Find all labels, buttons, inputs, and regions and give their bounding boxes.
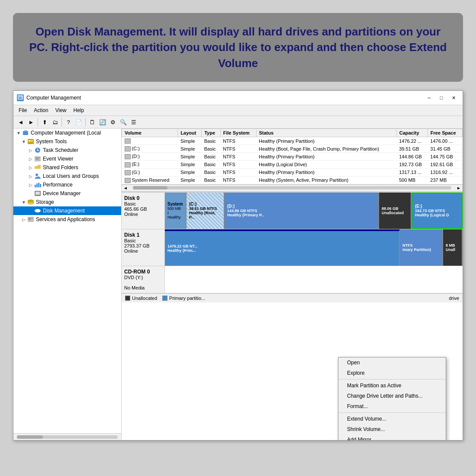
cell-volume: (E:) [122, 161, 178, 168]
title-bar-left: Computer Management [17, 94, 81, 101]
legend-drive-text: drive [449, 296, 459, 301]
partition-disk1-ntfs[interactable]: NTFS imary Partition) [400, 229, 443, 266]
svg-point-24 [28, 202, 34, 205]
sidebar-item-event-viewer[interactable]: ▷ Event Viewer [13, 154, 121, 163]
cell-free: 1316.92 ... [428, 168, 462, 176]
menu-action[interactable]: Action [30, 106, 51, 115]
svg-rect-13 [35, 158, 40, 158]
svg-rect-2 [21, 96, 22, 97]
context-menu-separator [338, 379, 446, 380]
up-button[interactable]: ⬆ [40, 117, 49, 127]
properties-toolbar-button[interactable]: ⚙ [108, 117, 118, 127]
partition-d[interactable]: (D:) 144.86 GB NTFS Healthy (Primary P..… [225, 193, 379, 229]
options-button[interactable]: ☰ [129, 117, 138, 127]
cell-type: Basic [202, 145, 220, 153]
sidebar-item-disk-management[interactable]: Disk Management [13, 206, 121, 215]
cell-type: Basic [202, 176, 220, 184]
menu-help[interactable]: Help [70, 106, 88, 115]
forward-button[interactable]: ► [26, 117, 36, 127]
sidebar-services-label: Services and Applications [36, 216, 95, 222]
expand-system-tools-icon: ▼ [20, 139, 27, 144]
maximize-button[interactable]: □ [436, 93, 447, 102]
menu-view[interactable]: View [52, 106, 70, 115]
expand-icon: ▼ [15, 131, 22, 135]
cell-capacity: 1317.13 ... [396, 168, 428, 176]
partition-c[interactable]: (C:) 39.51 GB NTFS Healthy (Root, P... [187, 193, 225, 229]
disk-1-partitions: 1476.22 GB NT... Healthy (Prim... NTFS i… [165, 229, 463, 266]
sidebar-item-services[interactable]: ▷ Services and Applications [13, 215, 121, 224]
menu-file[interactable]: File [15, 106, 30, 115]
svg-rect-21 [35, 192, 40, 195]
partition-e[interactable]: (E:) 192.73 GB NTFS Healthy (Logical D [412, 193, 463, 229]
context-menu-item-change-drive-letter-and-paths---[interactable]: Change Drive Letter and Paths... [338, 391, 446, 401]
table-row[interactable]: (G:) Simple Basic NTFS Healthy (Primary … [122, 168, 463, 176]
sidebar-local-users-label: Local Users and Groups [43, 173, 99, 179]
sidebar-root[interactable]: ▼ Computer Management (Local [13, 129, 121, 137]
cell-type: Basic [202, 137, 220, 145]
export-button[interactable]: 📄 [74, 117, 84, 127]
col-freespace: Free Space [428, 129, 462, 137]
refresh-button[interactable]: 🔄 [98, 117, 107, 127]
context-menu-item-extend-volume---[interactable]: Extend Volume... [338, 414, 446, 424]
sidebar-item-device-manager[interactable]: Device Manager [13, 189, 121, 198]
window-title: Computer Management [26, 95, 81, 101]
scroll-left-btn[interactable]: ◄ [122, 186, 129, 190]
context-menu-item-format---[interactable]: Format... [338, 401, 446, 412]
sidebar-scrollbar[interactable] [13, 433, 121, 440]
cell-fs: NTFS [220, 161, 256, 168]
table-row[interactable]: (C:) Simple Basic NTFS Healthy (Boot, Pa… [122, 145, 463, 153]
svg-rect-19 [40, 184, 41, 187]
horizontal-scrollbar[interactable]: ◄ ► [122, 184, 463, 191]
show-hide-tree[interactable]: 🗂 [50, 117, 60, 127]
close-button[interactable]: ✕ [448, 93, 459, 102]
table-row[interactable]: Simple Basic NTFS Healthy (Primary Parti… [122, 137, 463, 145]
context-menu-item-shrink-volume---[interactable]: Shrink Volume... [338, 424, 446, 434]
sidebar-event-viewer-label: Event Viewer [43, 156, 73, 162]
new-window-button[interactable]: 🗒 [87, 117, 97, 127]
volume-table-wrapper: Volume Layout Type File System Status Ca… [122, 129, 463, 184]
sidebar-item-shared-folders[interactable]: ▷ Shared Folders [13, 163, 121, 172]
context-menu-item-open[interactable]: Open [338, 357, 446, 368]
sidebar-item-performance[interactable]: ▷ Performance [13, 180, 121, 189]
cell-volume [122, 137, 178, 145]
cell-status: Healthy (Logical Drive) [256, 161, 396, 168]
svg-rect-16 [35, 185, 36, 187]
search-button[interactable]: 🔍 [119, 117, 128, 127]
svg-rect-14 [35, 159, 39, 160]
cell-free: 237 MB [428, 176, 462, 184]
sidebar-item-task-scheduler[interactable]: ▷ Task Scheduler [13, 146, 121, 154]
expand-storage-icon: ▼ [20, 200, 27, 205]
table-row[interactable]: (D:) Simple Basic NTFS Healthy (Primary … [122, 153, 463, 161]
cell-layout: Simple [178, 145, 202, 153]
disk-1-row: Disk 1Basic2793.37 GBOnline 1476.22 GB N… [122, 229, 463, 266]
help-toolbar-button[interactable]: ? [64, 117, 73, 127]
context-menu-item-explore[interactable]: Explore [338, 368, 446, 378]
partition-unallocated-0[interactable]: 88.06 GB Unallocated [379, 193, 412, 229]
cell-status: Healthy (Primary Partition) [256, 137, 396, 145]
context-menu-item-mark-partition-as-active[interactable]: Mark Partition as Active [338, 380, 446, 391]
partition-system[interactable]: System 500 MB I Healthy [165, 193, 187, 229]
context-menu-item-add-mirror---[interactable]: Add Mirror... [338, 434, 446, 440]
disk-0-label: Disk 0Basic465.66 GBOnline [122, 193, 165, 229]
svg-rect-1 [19, 96, 20, 97]
sidebar-item-system-tools[interactable]: ▼ System Tools [13, 137, 121, 146]
cell-type: Basic [202, 153, 220, 161]
partition-disk1-main[interactable]: 1476.22 GB NT... Healthy (Prim... [165, 229, 400, 266]
expand-local-users-icon: ▷ [27, 174, 34, 179]
table-row[interactable]: (E:) Simple Basic NTFS Healthy (Logical … [122, 161, 463, 168]
cell-fs: NTFS [220, 176, 256, 184]
minimize-button[interactable]: ─ [424, 93, 435, 102]
cell-free: 144.75 GB [428, 153, 462, 161]
sidebar-scroll-thumb [17, 435, 43, 439]
scroll-right-btn[interactable]: ► [455, 186, 463, 190]
title-bar-controls: ─ □ ✕ [424, 93, 459, 102]
cell-status: Healthy (System, Active, Primary Partiti… [256, 176, 396, 184]
partition-disk1-unalloc[interactable]: 8 MB Unall [443, 229, 463, 266]
scroll-track [133, 186, 451, 190]
col-status: Status [256, 129, 396, 137]
sidebar-item-local-users[interactable]: ▷ Local Users and Groups [13, 172, 121, 180]
back-button[interactable]: ◄ [16, 117, 26, 127]
svg-rect-3 [23, 131, 28, 135]
table-row[interactable]: System Reserved Simple Basic NTFS Health… [122, 176, 463, 184]
sidebar-item-storage[interactable]: ▼ Storage [13, 198, 121, 206]
